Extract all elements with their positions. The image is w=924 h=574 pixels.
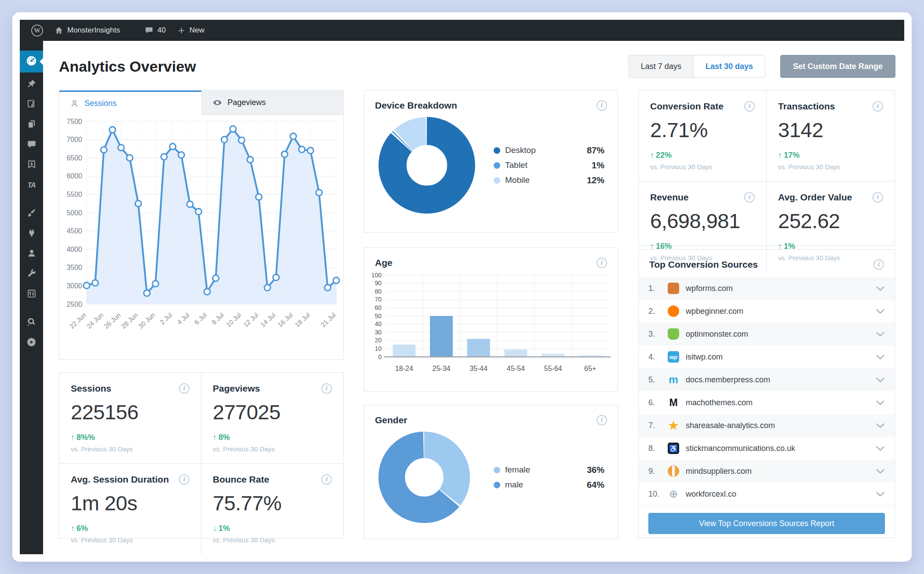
- comments-indicator[interactable]: 40: [145, 26, 166, 35]
- svg-text:8 Jul: 8 Jul: [210, 311, 226, 326]
- stat-card-avg-session-duration: Avg. Session Durationi 1m 20s ↑6% vs. Pr…: [59, 464, 201, 554]
- source-rank: 3.: [648, 330, 668, 339]
- info-icon[interactable]: i: [597, 258, 607, 268]
- set-custom-date-range-button[interactable]: Set Custom Date Range: [780, 55, 895, 78]
- date-range-toggle: Last 7 days Last 30 days: [629, 55, 765, 78]
- legend-value: 64%: [587, 480, 604, 490]
- last-30-days-button[interactable]: Last 30 days: [693, 55, 765, 77]
- chevron-down-icon[interactable]: [876, 331, 885, 337]
- plugins-icon: [27, 228, 36, 240]
- source-row[interactable]: 8.♿stickmancommunications.co.uk: [639, 437, 895, 460]
- info-icon[interactable]: i: [179, 383, 189, 394]
- info-icon[interactable]: i: [873, 101, 883, 112]
- svg-text:30 Jun: 30 Jun: [137, 311, 156, 330]
- info-icon[interactable]: i: [744, 192, 755, 203]
- main-content: Analytics Overview Last 7 days Last 30 d…: [43, 41, 904, 554]
- ta-icon: TA: [27, 182, 35, 189]
- source-row[interactable]: 7.★shareasale-analytics.com: [639, 414, 895, 437]
- device-breakdown-panel: Device Breakdown i Desktop87%Tablet1%Mob…: [364, 90, 618, 233]
- source-row[interactable]: 5.mdocs.memberpress.com: [639, 368, 895, 391]
- info-icon[interactable]: i: [321, 474, 332, 485]
- svg-text:65+: 65+: [584, 365, 596, 372]
- left-column: Sessions Pageviews 250030003500400045005…: [59, 90, 344, 538]
- comments-count: 40: [157, 26, 166, 35]
- wordpress-logo-icon[interactable]: W: [31, 25, 43, 36]
- chevron-down-icon[interactable]: [876, 491, 885, 497]
- last-7-days-button[interactable]: Last 7 days: [629, 55, 693, 77]
- up-arrow-icon: ↑: [71, 433, 75, 442]
- sidebar-item-seo[interactable]: [20, 312, 43, 333]
- stat-value: 1m 20s: [71, 491, 189, 515]
- gender-panel: Gender i female36%male64%: [364, 405, 618, 539]
- info-icon[interactable]: i: [744, 101, 755, 112]
- svg-text:4500: 4500: [66, 227, 82, 235]
- chevron-down-icon[interactable]: [876, 309, 885, 314]
- kpi-value: 2.71%: [650, 118, 755, 142]
- sidebar-item-media[interactable]: [20, 94, 43, 115]
- chevron-down-icon[interactable]: [876, 286, 885, 291]
- info-icon[interactable]: i: [873, 259, 884, 270]
- source-rank: 4.: [648, 352, 668, 362]
- sidebar-item-video[interactable]: [20, 333, 43, 353]
- sidebar-item-users[interactable]: [20, 244, 43, 264]
- kpi-note: vs. Previous 30 Days: [650, 163, 755, 171]
- chevron-down-icon[interactable]: [876, 469, 885, 474]
- svg-text:10: 10: [375, 345, 382, 352]
- tab-pageviews[interactable]: Pageviews: [201, 91, 344, 115]
- stat-card-pageviews: Pageviewsi 277025 ↑8% vs. Previous 30 Da…: [201, 373, 343, 464]
- sidebar-item-plugins[interactable]: [20, 224, 43, 244]
- sidebar-item-pages[interactable]: [20, 115, 43, 135]
- chevron-down-icon[interactable]: [876, 446, 885, 451]
- site-home-link[interactable]: MonsterInsights: [55, 26, 120, 35]
- chevron-down-icon[interactable]: [876, 377, 885, 383]
- stat-note: vs. Previous 30 Days: [71, 445, 189, 453]
- sidebar-item-downloads[interactable]: [20, 155, 43, 175]
- info-icon[interactable]: i: [597, 100, 607, 111]
- page-title: Analytics Overview: [59, 58, 196, 75]
- sidebar-item-settings[interactable]: [20, 284, 43, 305]
- tab-sessions[interactable]: Sessions: [59, 91, 201, 115]
- source-domain: workforcexl.co: [686, 490, 736, 499]
- info-icon[interactable]: i: [179, 474, 189, 485]
- source-row[interactable]: 3.optinmonster.com: [639, 323, 895, 345]
- wp-admin-sidebar: TA: [20, 41, 43, 554]
- kpi-panel: Conversion Ratei 2.71% ↑22% vs. Previous…: [638, 90, 895, 246]
- memberpress-favicon: m: [668, 374, 679, 385]
- comment-bubble-icon: [145, 26, 153, 35]
- legend-label: Desktop: [505, 145, 536, 155]
- chevron-down-icon[interactable]: [876, 354, 885, 360]
- svg-text:55-64: 55-64: [544, 365, 562, 372]
- down-arrow-icon: ↓: [213, 524, 217, 533]
- info-icon[interactable]: i: [321, 383, 332, 394]
- view-top-conversions-report-button[interactable]: View Top Conversions Sources Report: [648, 513, 885, 534]
- sidebar-item-appearance[interactable]: [20, 203, 43, 224]
- up-arrow-icon: ↑: [213, 433, 217, 442]
- info-icon[interactable]: i: [873, 192, 883, 203]
- source-domain: stickmancommunications.co.uk: [686, 444, 795, 453]
- kpi-change: ↑17%: [778, 151, 883, 160]
- sidebar-item-ta[interactable]: TA: [20, 175, 43, 196]
- svg-text:80: 80: [375, 288, 382, 295]
- source-row[interactable]: 2.wpbeginner.com: [639, 300, 895, 323]
- sidebar-item-comments[interactable]: [20, 135, 43, 155]
- source-row[interactable]: 1.wpforms.com: [639, 277, 895, 300]
- source-row[interactable]: 10.⊕workforcexl.co: [639, 483, 895, 505]
- svg-text:20: 20: [375, 337, 382, 344]
- chevron-down-icon[interactable]: [876, 423, 885, 429]
- source-row[interactable]: 9.mindsuppliers.com: [639, 460, 895, 483]
- svg-text:6 Jul: 6 Jul: [193, 311, 208, 326]
- sidebar-item-tools[interactable]: [20, 264, 43, 284]
- info-icon[interactable]: i: [597, 415, 607, 425]
- legend-value: 87%: [587, 145, 604, 156]
- sidebar-item-dashboard[interactable]: [20, 51, 43, 73]
- new-content-button[interactable]: New: [177, 26, 204, 35]
- source-row[interactable]: 4.wpisitwp.com: [639, 345, 895, 368]
- sidebar-item-pin[interactable]: [20, 74, 43, 94]
- stat-change: ↑6%: [71, 524, 189, 533]
- svg-text:18-24: 18-24: [395, 365, 413, 372]
- source-row[interactable]: 6.Mmachothemes.com: [639, 391, 895, 414]
- kpi-value: 6,698,981: [650, 209, 755, 233]
- svg-text:5000: 5000: [66, 209, 82, 217]
- svg-text:3000: 3000: [66, 282, 82, 290]
- chevron-down-icon[interactable]: [876, 400, 885, 406]
